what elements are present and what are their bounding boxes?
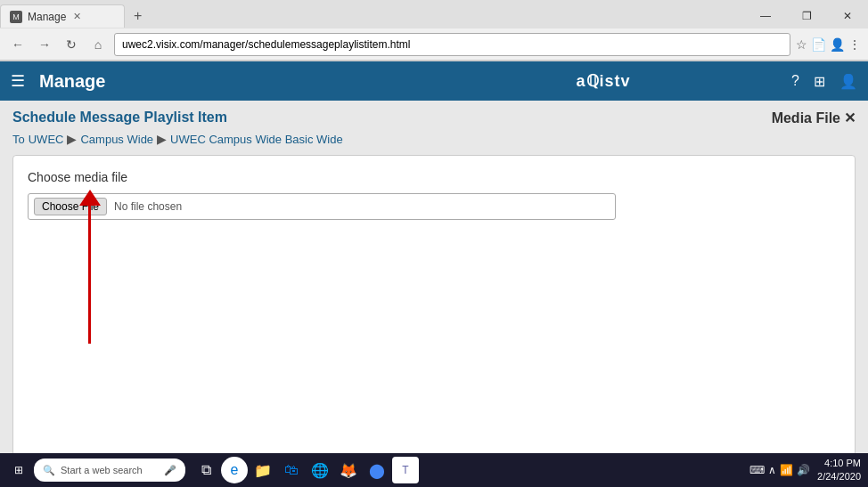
breadcrumb-uwec[interactable]: UWEC [29,133,64,146]
hamburger-menu-icon[interactable]: ☰ [11,71,25,91]
address-input[interactable] [114,33,790,56]
chrome-icon[interactable]: ⬤ [364,457,390,483]
tab-close-icon[interactable]: ✕ [73,11,81,22]
media-file-close-icon[interactable]: ✕ [844,110,856,126]
no-file-text: No file chosen [114,200,182,213]
close-button[interactable]: ✕ [827,2,868,30]
taskbar-right: ⌨ ∧ 📶 🔊 4:10 PM 2/24/2020 [749,457,861,484]
taskbar-search[interactable]: 🔍 Start a web search 🎤 [34,459,185,482]
page-content: Schedule Message Playlist Item Media Fil… [0,101,868,467]
teams-icon[interactable]: T [392,457,419,483]
menu-icon[interactable]: ⋮ [848,37,861,52]
tab-favicon: M [10,11,22,23]
minimize-button[interactable]: — [745,2,786,30]
page-title: Schedule Message Playlist Item [12,110,227,126]
maximize-button[interactable]: ❐ [786,2,827,30]
breadcrumb: To UWEC ▶ Campus Wide ▶ UWEC Campus Wide… [12,132,856,146]
edge-icon[interactable]: e [221,457,248,483]
arrow-annotation [88,191,91,344]
bookmark-icon[interactable]: ☆ [796,37,807,52]
address-icons: ☆ 📄 👤 ⋮ [796,37,861,52]
address-bar-row: ← → ↻ ⌂ ☆ 📄 👤 ⋮ [0,28,868,61]
active-tab[interactable]: M Manage ✕ [0,4,125,28]
refresh-button[interactable]: ↻ [61,34,82,55]
user-icon[interactable]: 👤 [839,73,857,90]
breadcrumb-basic-wide[interactable]: UWEC Campus Wide Basic Wide [170,133,343,146]
content-box: Choose media file Choose File No file ch… [12,155,856,458]
help-icon[interactable]: ? [791,73,799,89]
tab-label: Manage [28,11,66,23]
volume-icon: 🔊 [797,464,810,476]
mic-icon: 🎤 [164,465,176,476]
pdf-icon[interactable]: 📄 [811,37,826,52]
page-header: Schedule Message Playlist Item Media Fil… [12,110,856,126]
taskbar-icons: ⧉ e 📁 🛍 🌐 🦊 ⬤ T [192,457,419,483]
file-input-row: Choose File No file chosen [28,193,616,220]
breadcrumb-sep2: ▶ [157,132,167,146]
system-tray-icons: ⌨ ∧ 📶 🔊 [749,464,810,476]
store-icon[interactable]: 🛍 [278,457,305,483]
media-file-text: Media File [772,110,840,126]
task-view-icon[interactable]: ⧉ [192,457,219,483]
browser-chrome: M Manage ✕ + — ❐ ✕ ← → ↻ ⌂ ☆ 📄 👤 ⋮ [0,0,868,61]
ie-icon[interactable]: 🌐 [307,457,333,483]
app-logo: aℚistv [415,71,791,91]
time-display: 4:10 PM [817,457,861,470]
home-button[interactable]: ⌂ [87,34,109,55]
breadcrumb-campus-wide[interactable]: Campus Wide [80,133,153,146]
forward-button[interactable]: → [34,34,55,55]
up-arrow-icon[interactable]: ∧ [768,464,776,476]
date-display: 2/24/2020 [817,470,861,483]
breadcrumb-prefix: To [12,133,25,146]
windows-icon: ⊞ [14,464,23,476]
window-controls: — ❐ ✕ [745,2,868,30]
new-tab-button[interactable]: + [128,8,147,24]
keyboard-icon: ⌨ [749,464,765,476]
app-title: Manage [39,71,415,92]
profile-icon[interactable]: 👤 [830,37,845,52]
firefox-icon[interactable]: 🦊 [335,457,362,483]
header-icons: ? ⊞ 👤 [791,73,857,90]
clock: 4:10 PM 2/24/2020 [817,457,861,484]
tab-bar: M Manage ✕ + — ❐ ✕ [0,0,868,28]
search-placeholder: Start a web search [61,465,143,475]
breadcrumb-sep1: ▶ [67,132,77,146]
arrow-head [79,190,101,206]
back-button[interactable]: ← [7,34,29,55]
section-label: Choose media file [28,170,840,184]
grid-icon[interactable]: ⊞ [814,73,825,90]
media-file-header: Media File ✕ [772,110,856,126]
start-button[interactable]: ⊞ [7,460,30,480]
search-icon: 🔍 [43,465,55,476]
app-header: ☰ Manage aℚistv ? ⊞ 👤 [0,61,868,101]
arrow-line [88,206,91,344]
taskbar: ⊞ 🔍 Start a web search 🎤 ⧉ e 📁 🛍 🌐 🦊 ⬤ T… [0,453,868,487]
network-icon: 📶 [780,464,793,476]
file-explorer-icon[interactable]: 📁 [250,457,276,483]
